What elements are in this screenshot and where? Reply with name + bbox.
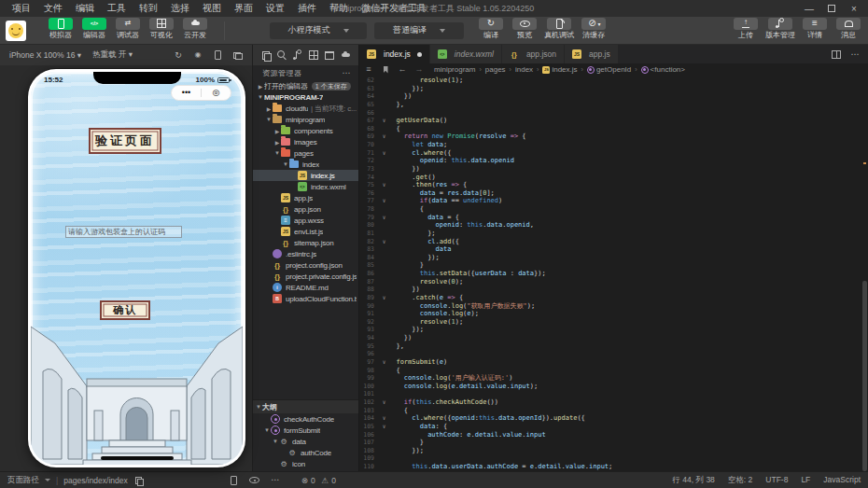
code-editor[interactable]: 62 resolve(1);63 });64 })65 },6667∨ getU… — [359, 76, 868, 471]
more-icon[interactable] — [849, 49, 861, 60]
preview-button[interactable]: 预览 — [511, 18, 539, 39]
upload-button[interactable]: 上传 — [732, 18, 760, 39]
menu-item[interactable]: 选择 — [164, 2, 196, 15]
menu-item[interactable]: 插件 — [291, 2, 323, 15]
tree-item[interactable]: JSapp.js — [253, 192, 358, 203]
menu-item[interactable]: 项目 — [6, 2, 37, 15]
tree-item[interactable]: ▼MINIPROGRAM-7 — [253, 91, 358, 103]
search-icon[interactable] — [276, 49, 287, 61]
tree-item[interactable]: ▶打开的编辑器1 个未保存 — [253, 80, 358, 91]
bookmark-icon[interactable] — [380, 64, 391, 76]
tab-app.json[interactable]: {}app.json — [502, 45, 565, 63]
menu-item[interactable]: 微信开发者工具 — [355, 2, 433, 15]
copy-icon[interactable] — [133, 475, 145, 486]
tree-item[interactable]: {}app.json — [253, 203, 358, 215]
fold-chevron-icon[interactable]: ∨ — [380, 197, 388, 205]
tree-item[interactable]: .eslintrc.js — [253, 248, 358, 259]
outline-item[interactable]: checkAuthCode — [253, 413, 358, 425]
breadcrumb-item[interactable]: index — [515, 65, 533, 74]
outline-item[interactable]: ⚙icon — [253, 458, 358, 469]
page-path-control[interactable]: 页面路径 | pages/index/index — [7, 475, 145, 486]
breadcrumb-item[interactable]: miniprogram — [434, 65, 475, 74]
rotate-icon[interactable] — [173, 49, 184, 61]
breadcrumb-item[interactable]: pages — [485, 65, 506, 74]
breadcrumb-item[interactable]: <function> — [641, 65, 685, 74]
simulator-button[interactable]: 模拟器 — [47, 18, 75, 39]
fold-chevron-icon[interactable]: ∨ — [380, 423, 388, 431]
scrollbar-thumb[interactable] — [862, 281, 867, 471]
list-icon[interactable] — [363, 64, 374, 76]
compile-mode-select[interactable]: 普通编译 — [374, 22, 464, 39]
tree-item[interactable]: ▶cloudfunctions| 当前环境: c... — [253, 103, 358, 114]
menu-item[interactable]: 转到 — [133, 2, 164, 15]
tree-item[interactable]: iREADME.md — [253, 282, 358, 293]
outline-item[interactable]: ▼formSubmit — [253, 425, 358, 436]
tree-item[interactable]: {}sitemap.json — [253, 237, 358, 248]
status-segment[interactable]: 行 44, 列 38 — [672, 475, 714, 486]
breadcrumb-item[interactable]: getOpenId — [587, 65, 631, 74]
fold-chevron-icon[interactable]: ∨ — [380, 414, 388, 423]
fold-chevron-icon[interactable]: ∨ — [380, 181, 388, 189]
avatar[interactable] — [6, 21, 26, 41]
menu-item[interactable]: 帮助 — [323, 2, 355, 15]
fold-chevron-icon[interactable]: ∨ — [380, 132, 388, 141]
tree-item[interactable]: JSindex.js — [253, 170, 358, 181]
tree-item[interactable]: ▼pages — [253, 147, 358, 159]
menu-item[interactable]: 工具 — [101, 2, 133, 15]
split-editor-icon[interactable] — [831, 49, 842, 60]
capsule-home-button[interactable]: ◎ — [202, 86, 231, 100]
status-segment[interactable]: 空格: 2 — [728, 475, 752, 486]
hot-reload-toggle[interactable]: 热重载 开 ▾ — [92, 49, 133, 61]
auth-code-input[interactable] — [65, 226, 182, 238]
more-icon[interactable] — [270, 475, 281, 486]
tree-item[interactable]: {}project.private.config.json — [253, 271, 358, 282]
multi-device-icon[interactable] — [231, 49, 243, 61]
tree-item[interactable]: {}project.config.json — [253, 259, 358, 271]
cloud-icon[interactable] — [340, 49, 351, 61]
tab-index.wxml[interactable]: <>index.wxml — [430, 45, 502, 63]
problems-indicator[interactable]: ⊗ 0 ⚠ 0 — [301, 476, 336, 485]
tree-item[interactable]: ≡app.wxss — [253, 215, 358, 226]
debugger-button[interactable]: 调试器 — [114, 18, 142, 39]
menu-item[interactable]: 编辑 — [69, 2, 101, 15]
fold-chevron-icon[interactable]: ∨ — [380, 214, 388, 222]
git-branch-icon[interactable] — [292, 49, 303, 61]
status-segment[interactable]: LF — [801, 475, 810, 486]
forward-icon[interactable] — [413, 64, 425, 76]
tree-item[interactable]: ▼index — [253, 159, 358, 170]
outline-item[interactable]: ⚙authCode — [253, 447, 358, 458]
files-icon[interactable] — [260, 49, 272, 61]
tree-item[interactable]: ▶components — [253, 125, 358, 136]
grid-icon[interactable] — [308, 49, 319, 61]
breadcrumb-item[interactable]: JSindex.js — [542, 65, 577, 74]
outline-header[interactable]: ▼ 大纲 — [253, 400, 358, 413]
tree-item[interactable]: BuploadCloudFunction.bat — [253, 293, 358, 304]
compile-button[interactable]: 编译 — [477, 18, 505, 39]
tree-item[interactable]: <>index.wxml — [253, 181, 358, 192]
details-button[interactable]: 详情 — [801, 18, 829, 39]
device-icon[interactable] — [212, 49, 223, 61]
device-icon[interactable] — [229, 475, 240, 486]
visualizer-button[interactable]: 可视化 — [147, 18, 175, 39]
more-icon[interactable]: ⋯ — [343, 68, 352, 77]
fold-chevron-icon[interactable]: ∨ — [380, 238, 388, 246]
capsule-more-button[interactable]: ••• — [172, 86, 201, 100]
tab-app.js[interactable]: JSapp.js — [565, 45, 619, 63]
status-segment[interactable]: JavaScript — [823, 475, 861, 486]
fold-chevron-icon[interactable]: ∨ — [380, 117, 388, 125]
status-segment[interactable]: UTF-8 — [765, 475, 788, 486]
cloud-dev-button[interactable]: 云开发 — [181, 18, 209, 39]
real-device-debug-button[interactable]: 真机调试 — [544, 18, 574, 39]
outline-item[interactable]: ▼⚙data — [253, 436, 358, 447]
window-icon[interactable] — [324, 49, 335, 61]
menu-item[interactable]: 视图 — [196, 2, 228, 15]
fold-chevron-icon[interactable]: ∨ — [380, 358, 388, 367]
back-icon[interactable] — [397, 64, 408, 76]
record-icon[interactable] — [192, 49, 203, 61]
tree-item[interactable]: ▶images — [253, 136, 358, 147]
confirm-button[interactable]: 确认 — [100, 300, 150, 320]
version-control-button[interactable]: 版本管理 — [765, 18, 795, 39]
clear-cache-button[interactable]: ▾清缓存 — [580, 18, 608, 39]
close-button[interactable]: × — [844, 1, 864, 16]
menu-item[interactable]: 界面 — [228, 2, 259, 15]
